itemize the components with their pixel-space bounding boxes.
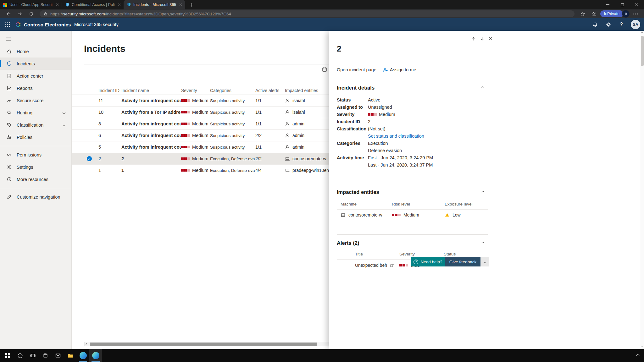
task-view-button[interactable]	[26, 349, 39, 362]
feedback-collapse-button[interactable]	[480, 257, 489, 266]
favorite-star-button[interactable]	[578, 10, 588, 18]
cell-incident-name[interactable]: 1	[121, 168, 181, 173]
mail-button[interactable]	[52, 349, 64, 362]
edge-browser-button[interactable]	[77, 349, 89, 362]
chevron-up-icon[interactable]	[481, 86, 485, 90]
browser-profile-avatar[interactable]	[622, 10, 630, 18]
table-row-incident-5[interactable]: 5 Activity from infrequent country Mediu…	[72, 141, 329, 153]
cell-incident-name[interactable]: Activity from infrequent country	[121, 98, 181, 103]
column-header[interactable]: Exposure level	[445, 202, 488, 206]
nav-collapse-button[interactable]	[3, 33, 14, 45]
column-header[interactable]: Severity	[399, 252, 444, 256]
sidebar-item-reports[interactable]: Reports	[0, 82, 71, 94]
table-row-incident-8[interactable]: 8 Activity from infrequent country Mediu…	[72, 118, 329, 130]
alert-title[interactable]: Unexpected beh	[355, 263, 387, 268]
forward-button[interactable]	[14, 10, 25, 18]
maximize-button[interactable]	[615, 0, 630, 9]
tab-close-icon[interactable]	[117, 3, 121, 7]
table-row-incident-6[interactable]: 6 Activity from infrequent country Mediu…	[72, 130, 329, 141]
microsoft-store-button[interactable]	[39, 349, 52, 362]
browser-tab-active[interactable]: Incidents - Microsoft 365 securit	[124, 0, 185, 9]
give-feedback-button[interactable]: Give feedback	[445, 257, 480, 266]
column-header[interactable]: Incident name	[121, 88, 181, 93]
chevron-up-icon[interactable]	[481, 191, 485, 194]
alerts-section-header[interactable]: Alerts (2)	[337, 240, 488, 246]
cell-incident-name[interactable]: Activity from infrequent country	[121, 121, 181, 126]
browser-tab-2[interactable]: Conditional Access | Policies - M	[62, 0, 124, 9]
close-button[interactable]	[630, 0, 644, 9]
cell-incident-name[interactable]: Activity from infrequent country	[121, 133, 181, 138]
table-row-incident-11[interactable]: 11 Activity from infrequent country Medi…	[72, 95, 329, 107]
impacted-entity-row[interactable]: contosoremote-w Medium Low	[337, 212, 488, 217]
browser-tab-1[interactable]: User - Cloud App Security - Micr	[0, 0, 62, 9]
set-status-classification-link[interactable]: Set status and classification	[368, 134, 424, 139]
edge-inprivate-window-button[interactable]	[89, 349, 102, 362]
favorites-bar-button[interactable]	[589, 10, 600, 18]
impacted-entities-section-header[interactable]: Impacted entities	[337, 189, 488, 195]
column-header[interactable]: Risk level	[392, 202, 445, 206]
sidebar-item-customize-navigation[interactable]: Customize navigation	[0, 191, 71, 203]
sidebar-item-hunting[interactable]: Hunting	[0, 107, 71, 119]
column-header[interactable]: Severity	[181, 88, 210, 93]
sidebar-item-action-center[interactable]: Action center	[0, 70, 71, 82]
minimize-button[interactable]	[601, 0, 615, 9]
cortana-search-button[interactable]	[14, 349, 26, 362]
sidebar-item-classification[interactable]: Classification	[0, 119, 71, 131]
cell-incident-name[interactable]: 2	[121, 156, 181, 161]
chevron-down-icon[interactable]	[63, 111, 66, 114]
chevron-up-icon[interactable]	[481, 242, 485, 245]
row-selected-check[interactable]	[84, 156, 98, 162]
need-help-button[interactable]: Need help?	[411, 257, 445, 266]
browser-menu-button[interactable]	[630, 10, 641, 18]
table-row-incident-2-selected[interactable]: 2 2 Medium Execution, Defense evasion 2/…	[72, 153, 329, 165]
scroll-down-icon[interactable]	[641, 345, 643, 348]
scrollbar-thumb[interactable]	[90, 343, 317, 346]
machine-name[interactable]: contosoremote-w	[348, 212, 382, 217]
scroll-up-icon[interactable]	[641, 32, 643, 34]
url-bar[interactable]: https://security.microsoft.com/incidents…	[40, 10, 575, 17]
sidebar-item-more-resources[interactable]: More resources	[0, 173, 71, 185]
sidebar-item-settings[interactable]: Settings	[0, 161, 71, 173]
cell-incident-name[interactable]: Activity from a Tor IP address	[121, 110, 181, 115]
cell-incident-name[interactable]: Activity from infrequent country	[121, 145, 181, 150]
sidebar-item-policies[interactable]: Policies	[0, 131, 71, 143]
column-header[interactable]: Active alerts	[255, 88, 285, 93]
new-tab-button[interactable]	[187, 1, 195, 9]
sidebar-item-permissions[interactable]: Permissions	[0, 149, 71, 161]
back-button[interactable]	[3, 10, 14, 18]
column-header[interactable]: Incident ID	[98, 88, 121, 93]
assign-to-me-button[interactable]: Assign to me	[383, 67, 416, 72]
sidebar-item-secure-score[interactable]: Secure score	[0, 94, 71, 107]
sidebar-item-incidents[interactable]: Incidents	[0, 58, 71, 70]
incident-details-section-header[interactable]: Incident details	[337, 85, 488, 91]
column-header[interactable]: Categories	[210, 88, 255, 93]
org-brand[interactable]: Contoso Electronics	[15, 22, 71, 28]
table-row-incident-10[interactable]: 10 Activity from a Tor IP address Medium…	[72, 107, 329, 118]
help-button[interactable]: ?	[616, 19, 627, 30]
scroll-left-icon[interactable]	[86, 343, 88, 345]
settings-button[interactable]	[602, 19, 614, 30]
previous-item-button[interactable]	[470, 35, 477, 42]
account-avatar[interactable]: SA	[631, 20, 640, 29]
next-item-button[interactable]	[479, 35, 486, 42]
column-header[interactable]: Impacted entities	[285, 88, 329, 93]
column-header[interactable]: Machine	[341, 202, 392, 206]
column-header[interactable]: Status	[444, 252, 488, 256]
vertical-scrollbar[interactable]	[640, 31, 644, 349]
tab-close-icon[interactable]	[179, 3, 183, 7]
notifications-button[interactable]	[589, 19, 601, 30]
app-launcher-button[interactable]	[0, 18, 15, 31]
open-in-new-icon[interactable]	[390, 263, 394, 267]
open-incident-page-button[interactable]: Open incident page	[337, 67, 376, 72]
table-row-incident-1[interactable]: 1 1 Medium Execution, Defense evasion 4/…	[72, 165, 329, 176]
scrollbar-thumb[interactable]	[641, 36, 644, 66]
sidebar-item-home[interactable]: Home	[0, 45, 71, 58]
horizontal-scrollbar[interactable]	[84, 342, 329, 346]
chevron-down-icon[interactable]	[63, 123, 66, 127]
refresh-button[interactable]	[26, 10, 36, 18]
tray-expand-icon[interactable]	[636, 354, 640, 357]
column-header[interactable]: Title	[355, 252, 399, 256]
close-panel-button[interactable]	[487, 35, 494, 42]
date-range-filter[interactable]: 6	[322, 67, 329, 72]
start-button[interactable]	[1, 349, 14, 362]
